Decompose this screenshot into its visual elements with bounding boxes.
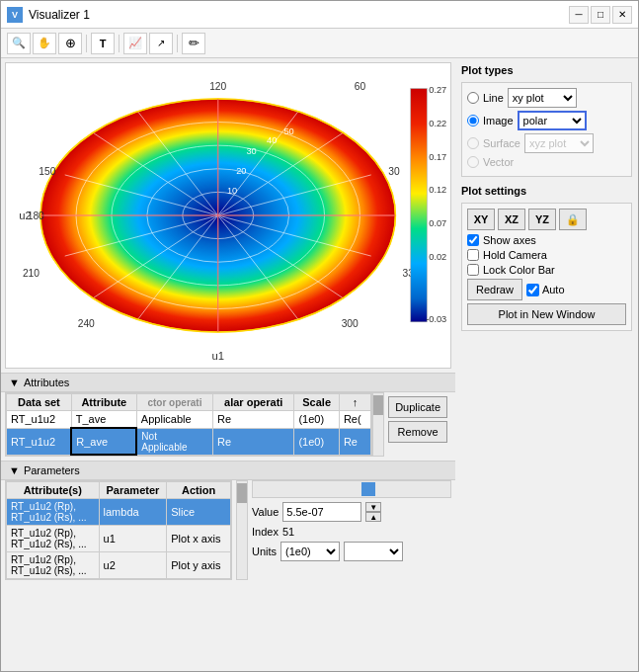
param-slider[interactable] (252, 480, 451, 498)
rotate-button[interactable]: ⊕ (58, 33, 82, 54)
zoom-button[interactable]: 🔍 (7, 33, 31, 54)
param-row-1[interactable]: RT_u1u2 (Rp),RT_u1u2 (Rs), ... lambda Sl… (7, 499, 231, 526)
index-row: Index 51 (252, 526, 451, 538)
svg-text:0.17: 0.17 (429, 152, 446, 162)
text-button[interactable]: T (91, 33, 115, 54)
minimize-button[interactable]: ─ (569, 6, 589, 24)
parameters-table: Attribute(s) Parameter Action RT_u1u2 (R… (6, 481, 231, 579)
parameters-table-wrap[interactable]: Attribute(s) Parameter Action RT_u1u2 (R… (5, 480, 232, 580)
svg-text:150: 150 (39, 166, 55, 177)
attr-cell-vector-2: NotApplicable (136, 428, 212, 455)
attr-col-scale: Scale (294, 394, 340, 411)
axis-btn-row: XY XZ YZ 🔒 (467, 209, 626, 230)
duplicate-button[interactable]: Duplicate (388, 396, 447, 418)
redraw-row: Redraw Auto (467, 279, 626, 300)
param-scrollbar[interactable] (236, 480, 248, 580)
plot-type-vector-radio (467, 156, 479, 168)
svg-text:30: 30 (388, 166, 400, 177)
svg-text:210: 210 (23, 268, 40, 279)
param-cell-action-2: Plot x axis (167, 526, 231, 552)
xy-button[interactable]: XY (467, 209, 495, 230)
param-cell-action-1: Slice (167, 499, 231, 526)
attr-cell-attribute-1: T_ave (71, 411, 136, 429)
hold-camera-row: Hold Camera (467, 249, 626, 261)
param-scrollbar-thumb (237, 483, 247, 503)
attributes-section-wrapper: Data set Attribute ctor operati alar ope… (5, 392, 451, 457)
toolbar: 🔍 ✋ ⊕ T 📈 ↗ ✏ (1, 29, 638, 58)
redraw-button[interactable]: Redraw (467, 279, 522, 300)
param-slider-thumb (361, 482, 375, 496)
lock-color-bar-checkbox[interactable] (467, 264, 479, 276)
attributes-header: ▼ Attributes (1, 373, 455, 392)
title-bar-left: V Visualizer 1 (7, 7, 90, 23)
attr-col-vector: ctor operati (136, 394, 212, 411)
svg-rect-34 (411, 89, 427, 322)
param-row-2[interactable]: RT_u1u2 (Rp),RT_u1u2 (Rs), ... u1 Plot x… (7, 526, 231, 552)
chart-button[interactable]: 📈 (123, 33, 147, 54)
lock-button[interactable]: 🔒 (559, 209, 587, 230)
attr-scrollbar[interactable] (372, 392, 384, 457)
plot-canvas[interactable]: 120 60 150 30 180 210 330 240 300 10 20 … (6, 63, 450, 368)
attributes-table-wrap[interactable]: Data set Attribute ctor operati alar ope… (5, 392, 372, 457)
param-cell-param-1: lambda (99, 499, 167, 526)
svg-text:240: 240 (78, 318, 95, 329)
attr-row-2[interactable]: RT_u1u2 R_ave NotApplicable Re (1e0) Re (7, 428, 371, 455)
param-row-3[interactable]: RT_u1u2 (Rp),RT_u1u2 (Rs), ... u2 Plot y… (7, 552, 231, 579)
attributes-triangle: ▼ (9, 377, 20, 388)
attr-col-scalar: alar operati (213, 394, 294, 411)
svg-text:300: 300 (342, 318, 359, 329)
attr-cell-dataset-2: RT_u1u2 (7, 428, 72, 455)
plot-type-surface-row: Surface xyz plot (467, 133, 626, 153)
params-right-panel: Value ▼ ▲ Index 51 Units (252, 480, 451, 580)
svg-text:u2: u2 (19, 210, 32, 221)
plot-type-vector-row: Vector (467, 156, 626, 168)
hold-camera-checkbox[interactable] (467, 249, 479, 261)
plot-type-surface-label: Surface (483, 137, 520, 149)
units-select[interactable]: (1e0) nm um mm (280, 542, 340, 561)
attr-row-1[interactable]: RT_u1u2 T_ave Applicable Re (1e0) Re( (7, 411, 371, 429)
show-axes-checkbox[interactable] (467, 234, 479, 246)
main-window: V Visualizer 1 ─ □ ✕ 🔍 ✋ ⊕ T 📈 ↗ ✏ (0, 0, 639, 672)
svg-text:0.02: 0.02 (429, 252, 446, 262)
value-label: Value (252, 506, 279, 518)
svg-text:0.12: 0.12 (429, 185, 446, 195)
arrow-button[interactable]: ↗ (149, 33, 173, 54)
svg-text:-0.03: -0.03 (426, 314, 446, 324)
attr-cell-scalar-1: Re (213, 411, 294, 429)
units-select-2[interactable]: deg rad (344, 542, 403, 561)
attr-cell-dataset-1: RT_u1u2 (7, 411, 72, 429)
pan-button[interactable]: ✋ (33, 33, 56, 54)
maximize-button[interactable]: □ (591, 6, 610, 24)
attr-cell-extra-1: Re( (339, 411, 370, 429)
parameters-triangle: ▼ (9, 464, 20, 476)
close-button[interactable]: ✕ (612, 6, 632, 24)
value-spin-down[interactable]: ▼ (365, 502, 381, 512)
auto-checkbox[interactable] (526, 284, 539, 296)
units-row: Units (1e0) nm um mm deg rad (252, 542, 451, 561)
value-spinners: ▼ ▲ (365, 502, 381, 522)
plot-type-image-select[interactable]: polar cartesian (518, 111, 587, 130)
plot-type-image-radio[interactable] (467, 115, 479, 126)
attributes-label: Attributes (24, 377, 69, 388)
right-panel: Plot types Line xy plot Image polar c (455, 58, 638, 671)
attr-cell-attribute-2: R_ave (71, 428, 136, 455)
value-spin-up[interactable]: ▲ (365, 512, 381, 522)
svg-text:40: 40 (267, 135, 277, 145)
plot-type-line-select[interactable]: xy plot (508, 88, 577, 108)
plot-new-window-button[interactable]: Plot in New Window (467, 303, 626, 325)
color-button[interactable]: ✏ (182, 33, 205, 54)
yz-button[interactable]: YZ (528, 209, 556, 230)
xz-button[interactable]: XZ (498, 209, 525, 230)
attr-col-extra: ↑ (339, 394, 370, 411)
show-axes-label: Show axes (483, 234, 536, 246)
value-input[interactable] (282, 502, 361, 522)
plot-type-surface-radio (467, 137, 479, 149)
attributes-table: Data set Attribute ctor operati alar ope… (6, 393, 371, 456)
svg-text:0.07: 0.07 (429, 218, 446, 228)
plot-type-line-radio[interactable] (467, 92, 479, 104)
units-label: Units (252, 546, 277, 557)
param-cell-action-3: Plot y axis (167, 552, 231, 579)
parameters-header: ▼ Parameters (1, 461, 455, 480)
remove-button[interactable]: Remove (388, 421, 447, 443)
param-col-param: Parameter (99, 482, 167, 499)
